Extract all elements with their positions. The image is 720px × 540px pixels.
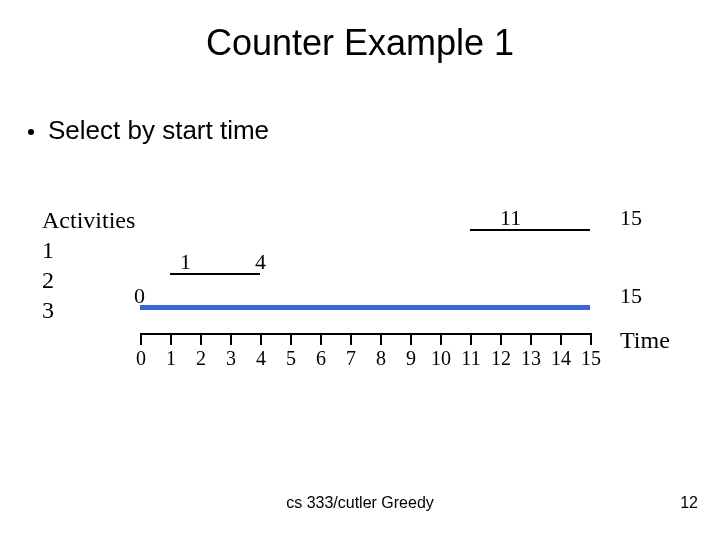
activity-3-start-label: 0 <box>134 283 145 309</box>
tick-label: 8 <box>376 347 386 370</box>
activity-label: 1 <box>42 235 135 265</box>
time-ruler: 0 1 2 3 4 5 6 7 8 9 10 11 12 13 14 15 <box>130 333 610 373</box>
activity-label: 3 <box>42 295 135 325</box>
tick-label: 10 <box>431 347 451 370</box>
tick-label: 12 <box>491 347 511 370</box>
activity-chart: 11 15 1 4 0 15 0 1 2 3 4 5 6 7 8 9 <box>130 205 660 385</box>
tick-label: 0 <box>136 347 146 370</box>
time-axis-label: Time <box>620 327 670 354</box>
activity-2-end-label: 4 <box>255 249 266 275</box>
tick-label: 13 <box>521 347 541 370</box>
bullet-text: Select by start time <box>48 115 269 146</box>
slide-title: Counter Example 1 <box>0 22 720 64</box>
tick-label: 9 <box>406 347 416 370</box>
tick-label: 15 <box>581 347 601 370</box>
tick-label: 11 <box>461 347 480 370</box>
tick-label: 7 <box>346 347 356 370</box>
tick-label: 6 <box>316 347 326 370</box>
page-number: 12 <box>680 494 698 512</box>
bullet-item: Select by start time <box>28 115 269 146</box>
tick-label: 4 <box>256 347 266 370</box>
tick-label: 3 <box>226 347 236 370</box>
tick-label: 1 <box>166 347 176 370</box>
activities-header: Activities <box>42 205 135 235</box>
activity-1-end-label: 15 <box>620 205 642 231</box>
bullet-dot-icon <box>28 129 34 135</box>
tick-label: 2 <box>196 347 206 370</box>
activity-1-start-label: 11 <box>500 205 521 231</box>
ruler-line <box>140 333 590 335</box>
activity-3-end-label: 15 <box>620 283 642 309</box>
activity-2-start-label: 1 <box>180 249 191 275</box>
activity-label: 2 <box>42 265 135 295</box>
tick-label: 14 <box>551 347 571 370</box>
activities-list: Activities 1 2 3 <box>42 205 135 325</box>
activity-3-bar <box>140 305 590 310</box>
footer-center: cs 333/cutler Greedy <box>0 494 720 512</box>
activity-1-bar <box>470 229 590 231</box>
tick-label: 5 <box>286 347 296 370</box>
